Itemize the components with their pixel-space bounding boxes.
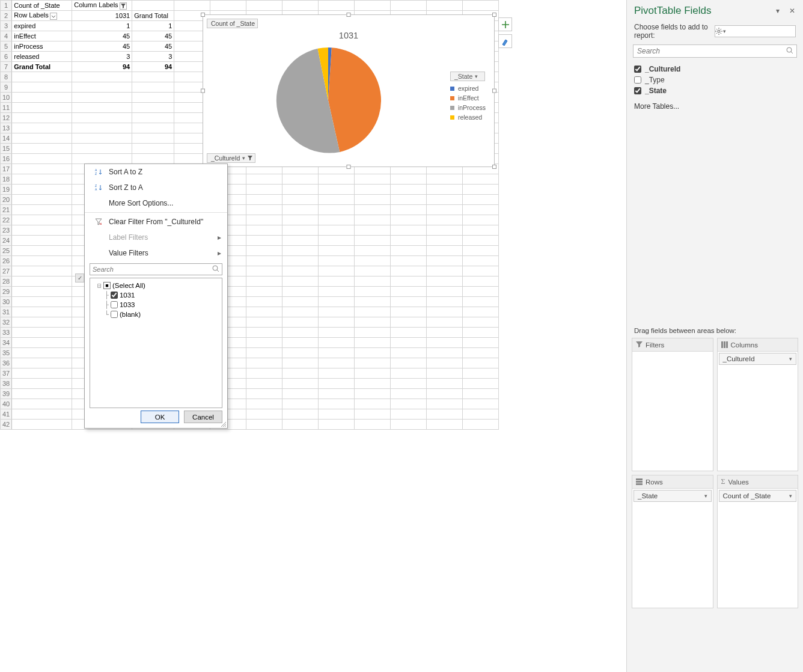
filter-search-input[interactable] (90, 263, 222, 275)
chart-plus-button[interactable] (498, 17, 512, 31)
tree-item-1031[interactable]: ├1031 (91, 290, 221, 300)
cell-C1[interactable] (132, 1, 174, 11)
cell-A5[interactable]: inProcess (12, 41, 72, 52)
cell-A7[interactable]: Grand Total (12, 62, 72, 72)
checkbox-blank[interactable] (111, 311, 118, 318)
checkbox-cultureid[interactable] (634, 66, 641, 73)
pivot-chart[interactable]: Count of _State 1031 _State▾ expired inE… (203, 14, 495, 167)
cell-C6[interactable]: 3 (132, 52, 174, 62)
tree-item-blank[interactable]: └(blank) (91, 310, 221, 319)
legend-field-button[interactable]: _State▾ (450, 72, 485, 81)
sort-az-label: Sort A to Z (109, 168, 142, 176)
ok-button[interactable]: OK (141, 411, 179, 423)
legend-field-label: _State (454, 73, 472, 80)
tree-item-1033[interactable]: ├1033 (91, 300, 221, 310)
chevron-down-icon: ▾ (242, 155, 245, 161)
cell-C5[interactable]: 45 (132, 41, 174, 52)
rows-pill[interactable]: _State▾ (634, 490, 712, 502)
row-labels-text: Row Labels (14, 11, 48, 19)
chart-axis-label: _CultureId (211, 154, 240, 162)
resize-handle[interactable] (492, 13, 496, 17)
cancel-button[interactable]: Cancel (184, 411, 222, 423)
resize-handle[interactable] (201, 89, 205, 93)
legend-item-1: inEffect (458, 94, 479, 102)
resize-handle[interactable] (347, 165, 351, 169)
chart-values-label: Count of _State (211, 20, 255, 27)
value-filters-item[interactable]: Value Filters▸ (85, 245, 227, 261)
more-tables-link[interactable]: More Tables... (627, 99, 803, 114)
values-area[interactable]: ΣValues Count of _State▾ (717, 475, 799, 608)
rows-icon (636, 478, 643, 485)
pivot-fields-pane: PivotTable Fields ▾ ✕ Choose fields to a… (626, 0, 803, 672)
label-filters-item[interactable]: Label Filters▸ (85, 230, 227, 245)
resize-handle[interactable] (492, 165, 496, 169)
cell-B5[interactable]: 45 (72, 41, 132, 52)
svg-point-5 (718, 30, 720, 32)
columns-area-label: Columns (731, 341, 758, 349)
cell-C2[interactable]: Grand Total (132, 11, 174, 21)
pane-close-icon[interactable]: ✕ (787, 7, 797, 15)
chart-brush-button[interactable] (498, 34, 512, 48)
row-filter-icon[interactable] (50, 13, 57, 20)
sort-az-icon: AZ (94, 168, 103, 176)
checkbox-type[interactable] (634, 76, 641, 84)
resize-handle[interactable] (201, 13, 205, 17)
clear-filter-item[interactable]: Clear Filter From "_CultureId" (85, 214, 227, 230)
cell-A6[interactable]: released (12, 52, 72, 62)
field-state[interactable]: _State (634, 85, 796, 96)
tree-item-select-all[interactable]: ⊟■(Select All) (91, 281, 221, 290)
checkbox-1033[interactable] (111, 301, 118, 308)
column-filter-icon[interactable] (120, 2, 127, 10)
svg-rect-12 (636, 483, 643, 485)
cell-C7[interactable]: 94 (132, 62, 174, 72)
cell-B4[interactable]: 45 (72, 31, 132, 41)
rows-area[interactable]: Rows _State▾ (632, 475, 713, 608)
resize-grip-icon[interactable] (221, 422, 226, 427)
areas-label: Drag fields between areas below: (627, 322, 803, 338)
chart-title: 1031 (203, 31, 494, 40)
tree-label-1033: 1033 (120, 301, 135, 308)
pane-tools-button[interactable]: ▾ (715, 25, 796, 37)
values-pill-label: Count of _State (723, 492, 771, 499)
cell-A3[interactable]: expired (12, 21, 72, 31)
checkbox-1031[interactable] (111, 292, 118, 299)
sort-az-item[interactable]: AZSort A to Z (85, 164, 227, 180)
cell-A2[interactable]: Row Labels (12, 11, 72, 21)
checkbox-state[interactable] (634, 87, 641, 94)
chart-axis-field-button[interactable]: _CultureId▾ (207, 153, 255, 163)
filters-area[interactable]: Filters (632, 338, 713, 471)
cell-B3[interactable]: 1 (72, 21, 132, 31)
cell-B2[interactable]: 1031 (72, 11, 132, 21)
field-cultureid[interactable]: _CultureId (634, 64, 796, 75)
field-type[interactable]: _Type (634, 75, 796, 85)
cell-C3[interactable]: 1 (132, 21, 174, 31)
fields-search-input[interactable] (633, 44, 797, 58)
cell-A1[interactable]: Count of _State (12, 1, 72, 11)
chart-values-field-button[interactable]: Count of _State (207, 19, 258, 28)
filter-tree[interactable]: ⊟■(Select All) ├1031 ├1033 └(blank) (90, 278, 222, 408)
field-label-state: _State (645, 87, 667, 95)
legend-item-3: released (458, 114, 482, 121)
cell-A4[interactable]: inEffect (12, 31, 72, 41)
more-sort-item[interactable]: More Sort Options... (85, 195, 227, 211)
tree-label-1031: 1031 (120, 292, 135, 299)
funnel-icon (248, 156, 252, 160)
submenu-arrow-icon: ▸ (218, 233, 221, 242)
sort-za-item[interactable]: ZASort Z to A (85, 180, 227, 195)
columns-area[interactable]: Columns _CultureId▾ (717, 338, 799, 471)
columns-pill[interactable]: _CultureId▾ (719, 353, 797, 365)
resize-handle[interactable] (347, 13, 351, 17)
cell-B7[interactable]: 94 (72, 62, 132, 72)
pane-dropdown-icon[interactable]: ▾ (773, 7, 783, 15)
cell-B1[interactable]: Column Labels (72, 1, 132, 11)
chevron-down-icon: ▾ (704, 493, 707, 499)
svg-point-6 (787, 47, 792, 52)
filters-area-label: Filters (646, 341, 664, 349)
cell-C4[interactable]: 45 (132, 31, 174, 41)
cell-B6[interactable]: 3 (72, 52, 132, 62)
field-label-type: _Type (645, 76, 665, 84)
resize-handle[interactable] (492, 89, 496, 93)
values-pill[interactable]: Count of _State▾ (719, 490, 797, 502)
columns-pill-label: _CultureId (723, 355, 755, 362)
chart-legend: _State▾ expired inEffect inProcess relea… (450, 72, 486, 123)
